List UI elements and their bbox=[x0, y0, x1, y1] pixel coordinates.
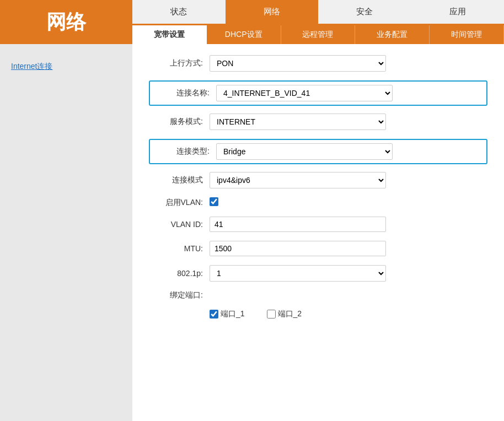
service-mode-select[interactable]: INTERNET OTHER bbox=[210, 114, 386, 130]
subnav-broadband[interactable]: 宽带设置 bbox=[132, 25, 207, 44]
service-mode-label: 服务模式: bbox=[149, 117, 210, 127]
subnav-service[interactable]: 业务配置 bbox=[355, 25, 430, 44]
bind-port-label-row: 绑定端口: bbox=[149, 290, 487, 300]
enable-vlan-control bbox=[210, 197, 386, 208]
connection-name-select[interactable]: 4_INTERNET_B_VID_41 bbox=[216, 85, 393, 101]
connection-mode-control: ipv4&ipv6 ipv4 ipv6 bbox=[210, 172, 386, 188]
mtu-label: MTU: bbox=[149, 244, 210, 253]
connection-type-label: 连接类型: bbox=[156, 147, 216, 156]
mtu-control: 1500 bbox=[210, 241, 386, 256]
connection-mode-label: 连接模式 bbox=[149, 175, 210, 185]
dot1p-control: 1 2 3 4 5 6 7 bbox=[210, 265, 386, 282]
sub-nav: 宽带设置 DHCP设置 远程管理 业务配置 时间管理 bbox=[132, 25, 504, 44]
service-mode-row: 服务模式: INTERNET OTHER bbox=[149, 114, 487, 130]
upstream-row: 上行方式: PON ETH bbox=[149, 55, 487, 72]
port-row: 端口_1 端口_2 bbox=[210, 309, 487, 319]
top-nav: 状态 网络 安全 应用 bbox=[132, 0, 504, 25]
dot1p-label: 802.1p: bbox=[149, 269, 210, 278]
sidebar: Internet连接 bbox=[0, 44, 132, 421]
vlan-id-row: VLAN ID: 41 bbox=[149, 217, 487, 232]
form-area: 上行方式: PON ETH 连接名称: 4_INTERNET_B_VID_41 … bbox=[132, 44, 504, 421]
connection-name-row: 连接名称: 4_INTERNET_B_VID_41 bbox=[149, 80, 487, 106]
dot1p-select[interactable]: 1 2 3 4 5 6 7 bbox=[210, 265, 386, 282]
nav-item-status[interactable]: 状态 bbox=[132, 0, 226, 24]
dot1p-row: 802.1p: 1 2 3 4 5 6 7 bbox=[149, 265, 487, 282]
upstream-select[interactable]: PON ETH bbox=[210, 55, 386, 72]
enable-vlan-label: 启用VLAN: bbox=[149, 198, 210, 208]
mtu-input[interactable]: 1500 bbox=[210, 241, 386, 256]
nav-item-security[interactable]: 安全 bbox=[318, 0, 411, 24]
port1-item: 端口_1 bbox=[210, 309, 245, 319]
connection-type-control: Bridge PPPoE DHCP Static bbox=[216, 143, 393, 160]
upstream-label: 上行方式: bbox=[149, 58, 210, 68]
subnav-remote[interactable]: 远程管理 bbox=[281, 25, 356, 44]
port2-checkbox[interactable] bbox=[267, 310, 276, 319]
vlan-id-control: 41 bbox=[210, 217, 386, 232]
subnav-dhcp[interactable]: DHCP设置 bbox=[207, 25, 281, 44]
mtu-row: MTU: 1500 bbox=[149, 241, 487, 256]
nav-item-app[interactable]: 应用 bbox=[411, 0, 505, 24]
enable-vlan-checkbox[interactable] bbox=[210, 197, 218, 206]
connection-type-row: 连接类型: Bridge PPPoE DHCP Static bbox=[149, 139, 487, 164]
upstream-control: PON ETH bbox=[210, 55, 386, 72]
enable-vlan-row: 启用VLAN: bbox=[149, 197, 487, 208]
port2-item: 端口_2 bbox=[267, 309, 302, 319]
port2-label: 端口_2 bbox=[278, 309, 302, 319]
subnav-time[interactable]: 时间管理 bbox=[430, 25, 504, 44]
connection-mode-row: 连接模式 ipv4&ipv6 ipv4 ipv6 bbox=[149, 172, 487, 188]
port1-label: 端口_1 bbox=[221, 309, 245, 319]
bind-port-label: 绑定端口: bbox=[149, 290, 210, 300]
port1-checkbox[interactable] bbox=[210, 310, 218, 319]
vlan-id-input[interactable]: 41 bbox=[210, 217, 386, 232]
connection-type-select[interactable]: Bridge PPPoE DHCP Static bbox=[216, 143, 393, 160]
connection-name-label: 连接名称: bbox=[156, 88, 216, 98]
logo-text: 网络 bbox=[46, 9, 86, 36]
logo: 网络 bbox=[0, 0, 132, 44]
connection-mode-select[interactable]: ipv4&ipv6 ipv4 ipv6 bbox=[210, 172, 386, 188]
sidebar-internet-link[interactable]: Internet连接 bbox=[0, 55, 132, 78]
nav-item-network[interactable]: 网络 bbox=[226, 0, 319, 24]
vlan-id-label: VLAN ID: bbox=[149, 220, 210, 229]
connection-name-control: 4_INTERNET_B_VID_41 bbox=[216, 85, 393, 101]
service-mode-control: INTERNET OTHER bbox=[210, 114, 386, 130]
